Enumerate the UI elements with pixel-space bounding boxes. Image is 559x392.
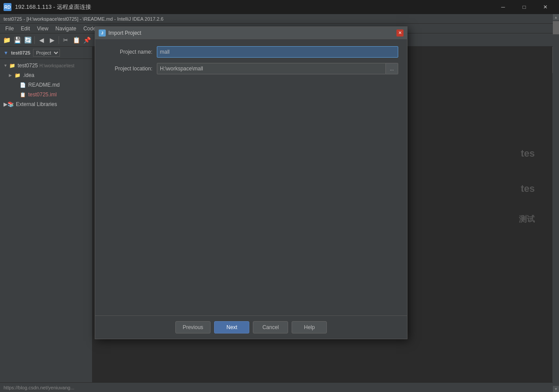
ext-libs-icon: 📚 — [7, 101, 14, 107]
menu-view[interactable]: View — [33, 25, 52, 33]
browse-label: ... — [390, 66, 394, 71]
tree-idea-folder[interactable]: ▶ 📁 .idea — [0, 70, 92, 80]
browse-button[interactable]: ... — [386, 63, 398, 74]
win-title: 192.168.1.113 - 远程桌面连接 — [15, 3, 493, 11]
ide-sidebar: ▼ test0725 Project ▼ 📁 test0725 H:\works… — [0, 47, 93, 392]
toolbar-copy-btn[interactable]: 📋 — [71, 35, 81, 45]
win-close-button[interactable]: ✕ — [535, 0, 555, 14]
tree-iml[interactable]: 📋 test0725.iml — [0, 90, 92, 99]
next-button[interactable]: Next — [214, 321, 249, 333]
main-bg-text-3: 测试 — [519, 214, 535, 224]
menu-file[interactable]: File — [2, 25, 17, 33]
dialog-close-button[interactable]: ✕ — [396, 29, 404, 37]
project-name-row: Project name: — [104, 46, 398, 58]
root-arrow: ▼ — [4, 63, 9, 68]
previous-button[interactable]: Previous — [175, 321, 211, 333]
toolbar-back-btn[interactable]: ◀ — [37, 35, 46, 45]
win-vertical-scrollbar[interactable]: ▲ ▼ — [553, 14, 559, 392]
dialog-titlebar: J Import Project ✕ — [95, 27, 407, 39]
tree-readme[interactable]: 📄 README.md — [0, 80, 92, 90]
dialog-spacer — [104, 80, 398, 308]
win-app-icon: RD — [4, 3, 11, 11]
menu-edit[interactable]: Edit — [17, 25, 33, 33]
dialog-app-icon: J — [99, 29, 106, 37]
tree-ext-libraries[interactable]: ▶ 📚 External Libraries — [0, 99, 92, 109]
toolbar-sep-2 — [59, 36, 59, 44]
project-root-label: ▼ — [4, 50, 8, 55]
iml-label: test0725.iml — [28, 92, 57, 98]
project-location-field-group: ... — [157, 63, 398, 74]
sidebar-header: ▼ test0725 Project — [0, 47, 92, 59]
root-label: test0725 H:\workspace\test — [18, 62, 74, 69]
toolbar-cut-btn[interactable]: ✂ — [61, 35, 70, 45]
win-controls: ─ □ ✕ — [493, 0, 555, 14]
tree-root[interactable]: ▼ 📁 test0725 H:\workspace\test — [0, 61, 92, 70]
ide-title-text: test0725 - [H:\workspace\test0725] - \RE… — [4, 16, 163, 22]
project-location-input[interactable] — [157, 63, 386, 74]
ide-statusbar: https://blog.csdn.net/yeniuvang... — [0, 382, 559, 392]
toolbar-sep-1 — [34, 36, 35, 44]
dialog-title-left: J Import Project — [99, 29, 141, 37]
readme-label: README.md — [28, 82, 59, 88]
main-bg-text-1: tes — [521, 148, 535, 159]
win-maximize-button[interactable]: □ — [514, 0, 534, 14]
idea-arrow: ▶ — [9, 73, 14, 77]
ext-arrow: ▶ — [4, 101, 7, 107]
project-location-label: Project location: — [104, 66, 157, 72]
project-location-row: Project location: ... — [104, 63, 398, 74]
idea-label: .idea — [23, 72, 34, 78]
ide-titlebar: test0725 - [H:\workspace\test0725] - \RE… — [0, 14, 559, 24]
project-name-input[interactable] — [157, 46, 398, 58]
dialog-footer: Previous Next Cancel Help — [95, 315, 407, 339]
main-bg-text-2: tes — [521, 183, 535, 194]
project-name: test0725 — [11, 50, 30, 55]
root-folder-icon: 📁 — [9, 62, 16, 69]
toolbar-paste-btn[interactable]: 📌 — [82, 35, 92, 45]
status-url: https://blog.csdn.net/yeniuvang... — [4, 385, 74, 390]
iml-icon: 📋 — [19, 91, 26, 98]
tree-area: ▼ 📁 test0725 H:\workspace\test ▶ 📁 .idea — [0, 59, 92, 392]
toolbar-save-btn[interactable]: 💾 — [12, 35, 22, 45]
dialog-title-text: Import Project — [108, 30, 141, 36]
project-selector[interactable]: Project — [33, 49, 60, 57]
toolbar-sync-btn[interactable]: 🔄 — [23, 35, 33, 45]
ext-libraries-label: External Libraries — [16, 101, 57, 107]
cancel-button[interactable]: Cancel — [253, 321, 288, 333]
menu-navigate[interactable]: Navigate — [52, 25, 80, 33]
scrollbar-up-btn[interactable]: ▲ — [553, 14, 559, 20]
toolbar-forward-btn[interactable]: ▶ — [47, 35, 57, 45]
windows-titlebar: RD 192.168.1.113 - 远程桌面连接 ─ □ ✕ — [0, 0, 559, 14]
import-project-dialog: J Import Project ✕ Project name: Project… — [95, 26, 407, 339]
project-name-label: Project name: — [104, 49, 157, 55]
readme-icon: 📄 — [19, 81, 26, 88]
scrollbar-down-btn[interactable]: ▼ — [553, 386, 559, 392]
win-minimize-button[interactable]: ─ — [493, 0, 513, 14]
scrollbar-thumb2[interactable] — [553, 21, 559, 34]
help-button[interactable]: Help — [292, 321, 327, 333]
dialog-content: Project name: Project location: ... — [95, 39, 407, 315]
toolbar-project-btn[interactable]: 📁 — [2, 35, 11, 45]
idea-folder-icon: 📁 — [14, 72, 21, 79]
